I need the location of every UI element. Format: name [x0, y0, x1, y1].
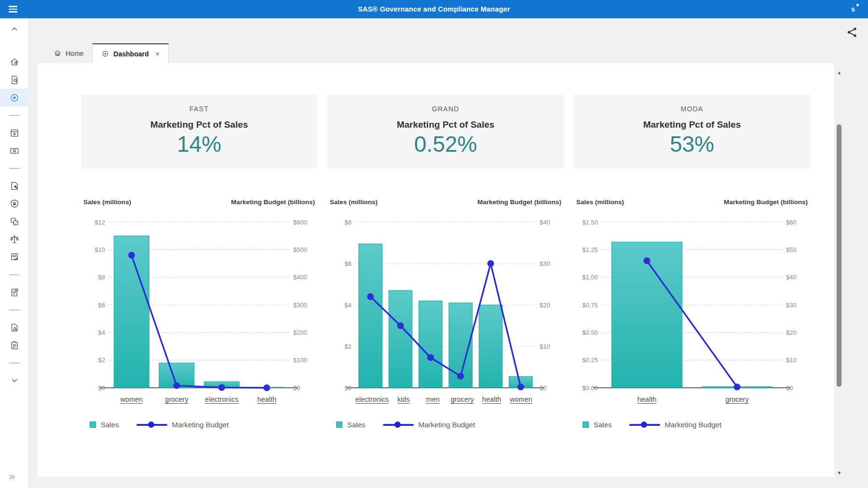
bar-health[interactable]	[479, 305, 502, 388]
app-topbar: SAS® Governance and Compliance Manager s	[0, 0, 868, 18]
category-label-health[interactable]: health	[477, 396, 506, 403]
budget-legend-label[interactable]: Marketing Budget	[665, 421, 722, 429]
document-check-icon	[9, 252, 20, 263]
share-icon	[846, 26, 858, 39]
left-axis-title: Sales (millions)	[576, 198, 624, 206]
sidebar-item-finance[interactable]	[0, 142, 29, 159]
user-initial: s	[851, 5, 855, 13]
sidebar-item-dashboard[interactable]	[0, 89, 29, 106]
sales-legend-swatch[interactable]	[583, 422, 589, 428]
scrollbar-thumb[interactable]	[837, 124, 841, 387]
category-label-health[interactable]: health	[602, 396, 692, 403]
copy-dice-icon	[9, 216, 20, 227]
category-labels: healthgrocery	[602, 396, 782, 403]
category-label-women[interactable]: women	[506, 396, 536, 403]
sidebar-item-calendar[interactable]	[0, 124, 29, 142]
sidebar-item-assessments[interactable]	[0, 248, 29, 266]
sidebar-item-legal[interactable]	[0, 230, 29, 248]
clipboard-tasks-icon	[9, 340, 20, 351]
sidebar-expand[interactable]	[8, 473, 16, 483]
sidebar-item-home[interactable]	[0, 53, 29, 71]
sidebar-item-tasks[interactable]	[0, 336, 29, 354]
sidebar-item-copies[interactable]	[0, 212, 29, 230]
sales-legend-swatch[interactable]	[336, 422, 342, 428]
bar-electronics[interactable]	[359, 244, 382, 388]
category-label-health[interactable]: health	[244, 396, 290, 403]
sales-legend-label[interactable]: Sales	[594, 421, 612, 429]
combo-chart-moda: $0.00$0$0.25$10$0.50$20$0.75$30$1.00$40$…	[574, 215, 810, 395]
sales-legend-label[interactable]: Sales	[101, 421, 119, 429]
dashboard-gauge-icon	[101, 50, 109, 58]
budget-point-grocery[interactable]	[457, 373, 464, 380]
budget-legend-label[interactable]: Marketing Budget	[172, 421, 229, 429]
tab-close-button[interactable]: ×	[155, 50, 159, 58]
budget-point-health[interactable]	[263, 384, 270, 391]
scroll-up-arrow[interactable]: ▲	[836, 69, 843, 77]
chart-legend: Sales Marketing Budget	[336, 421, 564, 429]
dashboard-gauge-icon	[9, 92, 20, 103]
share-button[interactable]	[846, 26, 858, 39]
combo-chart-fast: $0$0$2$100$4$200$6$300$8$400$10$500$12$6…	[81, 215, 317, 395]
right-axis-tick: $10	[786, 356, 797, 364]
tab-dashboard[interactable]: Dashboard ×	[92, 43, 168, 63]
tab-home[interactable]: Home	[45, 43, 92, 63]
budget-legend-dot	[394, 422, 401, 428]
right-axis-tick: $20	[786, 329, 797, 336]
sidebar-collapse-down[interactable]	[0, 371, 29, 389]
category-label-men[interactable]: men	[418, 396, 448, 403]
right-axis-title: Marketing Budget (billions)	[724, 198, 808, 206]
budget-legend-dot	[148, 422, 154, 428]
sales-legend-label[interactable]: Sales	[347, 421, 366, 429]
bar-women[interactable]	[114, 236, 149, 388]
kpi-brand: MODA	[574, 105, 810, 113]
left-axis-tick: $8	[98, 274, 105, 281]
right-axis-tick: $600	[293, 219, 307, 226]
budget-legend-line[interactable]	[383, 424, 414, 426]
left-axis-tick: $1.25	[582, 246, 598, 253]
category-label-electronics[interactable]: electronics	[355, 396, 389, 403]
bar-men[interactable]	[419, 301, 443, 388]
sidebar-collapse-up[interactable]	[9, 22, 20, 36]
sidebar-item-security[interactable]	[0, 195, 29, 212]
budget-legend-line[interactable]	[136, 424, 167, 426]
kpi-brand: GRAND	[327, 105, 564, 113]
category-label-grocery[interactable]: grocery	[154, 396, 200, 403]
budget-line	[132, 255, 267, 388]
budget-point-women[interactable]	[128, 252, 135, 259]
tab-label: Dashboard	[113, 50, 149, 58]
budget-point-electronics[interactable]	[218, 384, 225, 391]
sidebar-item-explore[interactable]	[0, 71, 29, 89]
category-label-kids[interactable]: kids	[389, 396, 418, 403]
budget-point-grocery[interactable]	[734, 383, 741, 390]
budget-point-kids[interactable]	[397, 322, 404, 329]
sidebar-item-issues[interactable]	[0, 318, 29, 336]
left-axis-title: Sales (millions)	[330, 198, 378, 206]
sales-legend-swatch[interactable]	[90, 422, 96, 428]
right-axis-tick: $10	[540, 343, 550, 350]
category-label-grocery[interactable]: grocery	[448, 396, 477, 403]
category-label-electronics[interactable]: electronics	[199, 396, 244, 403]
bar-kids[interactable]	[389, 290, 412, 388]
budget-point-health[interactable]	[488, 260, 494, 267]
budget-point-men[interactable]	[427, 354, 434, 361]
right-axis-tick: $30	[786, 302, 797, 309]
budget-legend-label[interactable]: Marketing Budget	[419, 421, 475, 429]
document-badge-icon	[9, 287, 20, 298]
scroll-down-arrow[interactable]: ▼	[836, 469, 843, 477]
sidebar-item-investigate[interactable]	[0, 177, 29, 195]
sidebar-item-reports[interactable]	[0, 283, 29, 301]
category-label-grocery[interactable]: grocery	[692, 396, 782, 403]
category-label-women[interactable]: women	[109, 396, 154, 403]
category-labels: womengroceryelectronicshealth	[109, 396, 289, 403]
budget-legend-line[interactable]	[629, 424, 660, 426]
left-axis-tick: $1.00	[582, 274, 598, 281]
budget-point-women[interactable]	[517, 383, 524, 390]
sidebar-divider	[0, 159, 29, 177]
user-avatar[interactable]: s	[847, 4, 859, 14]
left-axis-tick: $0	[98, 384, 105, 392]
right-axis-tick: $0	[786, 384, 793, 392]
budget-point-grocery[interactable]	[173, 382, 180, 389]
budget-point-electronics[interactable]	[367, 293, 374, 300]
budget-point-health[interactable]	[644, 257, 651, 264]
file-search-icon	[9, 75, 20, 85]
